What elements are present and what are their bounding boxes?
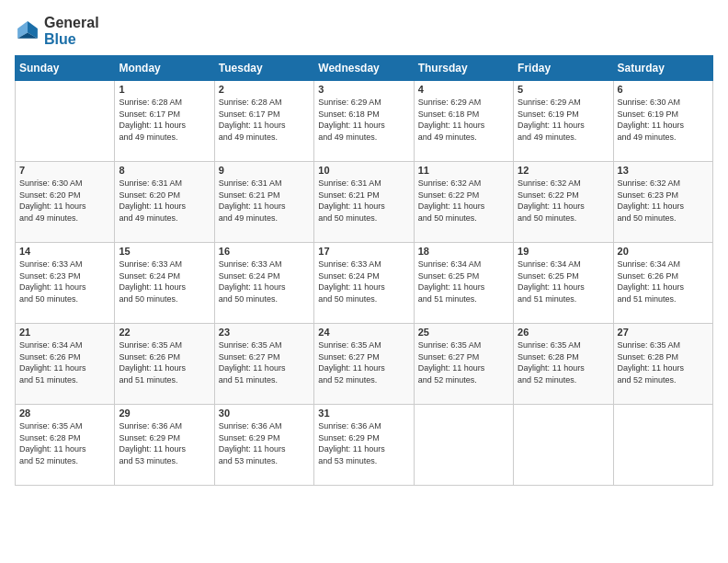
day-info: Sunrise: 6:36 AMSunset: 6:29 PMDaylight:… bbox=[119, 420, 210, 466]
day-info: Sunrise: 6:34 AMSunset: 6:25 PMDaylight:… bbox=[518, 259, 609, 304]
day-info: Sunrise: 6:34 AMSunset: 6:26 PMDaylight:… bbox=[19, 339, 110, 385]
day-info: Sunrise: 6:30 AMSunset: 6:19 PMDaylight:… bbox=[618, 97, 709, 143]
day-number: 31 bbox=[318, 408, 409, 419]
calendar-cell bbox=[414, 405, 513, 486]
day-number: 1 bbox=[119, 84, 210, 95]
week-row-3: 14 Sunrise: 6:33 AMSunset: 6:23 PMDaylig… bbox=[16, 243, 713, 324]
day-number: 15 bbox=[119, 246, 210, 257]
calendar-cell: 7 Sunrise: 6:30 AMSunset: 6:20 PMDayligh… bbox=[16, 162, 115, 243]
weekday-header-sunday: Sunday bbox=[16, 56, 115, 81]
calendar-cell: 12 Sunrise: 6:32 AMSunset: 6:22 PMDaylig… bbox=[514, 162, 613, 243]
week-row-4: 21 Sunrise: 6:34 AMSunset: 6:26 PMDaylig… bbox=[16, 324, 713, 405]
calendar-table: SundayMondayTuesdayWednesdayThursdayFrid… bbox=[15, 55, 713, 486]
day-number: 12 bbox=[518, 165, 609, 176]
header-row: SundayMondayTuesdayWednesdayThursdayFrid… bbox=[16, 56, 713, 81]
logo-icon bbox=[15, 18, 40, 44]
calendar-cell: 14 Sunrise: 6:33 AMSunset: 6:23 PMDaylig… bbox=[16, 243, 115, 324]
week-row-2: 7 Sunrise: 6:30 AMSunset: 6:20 PMDayligh… bbox=[16, 162, 713, 243]
day-number: 26 bbox=[518, 327, 609, 338]
day-info: Sunrise: 6:29 AMSunset: 6:18 PMDaylight:… bbox=[418, 97, 509, 143]
day-info: Sunrise: 6:32 AMSunset: 6:23 PMDaylight:… bbox=[618, 178, 709, 224]
calendar-cell: 29 Sunrise: 6:36 AMSunset: 6:29 PMDaylig… bbox=[115, 405, 214, 486]
calendar-cell: 5 Sunrise: 6:29 AMSunset: 6:19 PMDayligh… bbox=[514, 81, 613, 162]
day-info: Sunrise: 6:33 AMSunset: 6:23 PMDaylight:… bbox=[19, 259, 110, 304]
calendar-cell: 10 Sunrise: 6:31 AMSunset: 6:21 PMDaylig… bbox=[314, 162, 414, 243]
calendar-cell: 6 Sunrise: 6:30 AMSunset: 6:19 PMDayligh… bbox=[613, 81, 712, 162]
day-number: 17 bbox=[318, 246, 409, 257]
day-number: 10 bbox=[318, 165, 409, 176]
calendar-cell: 1 Sunrise: 6:28 AMSunset: 6:17 PMDayligh… bbox=[115, 81, 214, 162]
day-info: Sunrise: 6:32 AMSunset: 6:22 PMDaylight:… bbox=[418, 178, 509, 224]
calendar-cell: 19 Sunrise: 6:34 AMSunset: 6:25 PMDaylig… bbox=[514, 243, 613, 324]
calendar-cell: 28 Sunrise: 6:35 AMSunset: 6:28 PMDaylig… bbox=[16, 405, 115, 486]
day-number: 16 bbox=[219, 246, 310, 257]
day-info: Sunrise: 6:33 AMSunset: 6:24 PMDaylight:… bbox=[318, 259, 409, 304]
day-number: 30 bbox=[219, 408, 310, 419]
day-info: Sunrise: 6:36 AMSunset: 6:29 PMDaylight:… bbox=[318, 420, 409, 466]
calendar-cell: 23 Sunrise: 6:35 AMSunset: 6:27 PMDaylig… bbox=[214, 324, 313, 405]
logo-text: General Blue bbox=[44, 15, 99, 48]
day-info: Sunrise: 6:31 AMSunset: 6:21 PMDaylight:… bbox=[318, 178, 409, 224]
day-number: 21 bbox=[19, 327, 110, 338]
day-number: 5 bbox=[518, 84, 609, 95]
day-number: 27 bbox=[618, 327, 709, 338]
day-info: Sunrise: 6:31 AMSunset: 6:20 PMDaylight:… bbox=[119, 178, 210, 224]
day-number: 18 bbox=[418, 246, 509, 257]
day-info: Sunrise: 6:28 AMSunset: 6:17 PMDaylight:… bbox=[219, 97, 310, 143]
day-info: Sunrise: 6:35 AMSunset: 6:27 PMDaylight:… bbox=[318, 339, 409, 385]
day-number: 25 bbox=[418, 327, 509, 338]
day-info: Sunrise: 6:31 AMSunset: 6:21 PMDaylight:… bbox=[219, 178, 310, 224]
day-number: 14 bbox=[19, 246, 110, 257]
day-info: Sunrise: 6:35 AMSunset: 6:28 PMDaylight:… bbox=[518, 339, 609, 385]
calendar-cell: 11 Sunrise: 6:32 AMSunset: 6:22 PMDaylig… bbox=[414, 162, 513, 243]
day-info: Sunrise: 6:29 AMSunset: 6:19 PMDaylight:… bbox=[518, 97, 609, 143]
day-number: 13 bbox=[618, 165, 709, 176]
day-info: Sunrise: 6:35 AMSunset: 6:26 PMDaylight:… bbox=[119, 339, 210, 385]
calendar-cell: 24 Sunrise: 6:35 AMSunset: 6:27 PMDaylig… bbox=[314, 324, 414, 405]
calendar-cell: 26 Sunrise: 6:35 AMSunset: 6:28 PMDaylig… bbox=[514, 324, 613, 405]
day-number: 2 bbox=[219, 84, 310, 95]
day-info: Sunrise: 6:33 AMSunset: 6:24 PMDaylight:… bbox=[119, 259, 210, 304]
day-info: Sunrise: 6:34 AMSunset: 6:26 PMDaylight:… bbox=[618, 259, 709, 304]
calendar-cell: 17 Sunrise: 6:33 AMSunset: 6:24 PMDaylig… bbox=[314, 243, 414, 324]
day-info: Sunrise: 6:36 AMSunset: 6:29 PMDaylight:… bbox=[219, 420, 310, 466]
calendar-page: General Blue SundayMondayTuesdayWednesda… bbox=[0, 0, 728, 563]
calendar-cell: 20 Sunrise: 6:34 AMSunset: 6:26 PMDaylig… bbox=[613, 243, 712, 324]
day-number: 28 bbox=[19, 408, 110, 419]
calendar-cell bbox=[613, 405, 712, 486]
day-info: Sunrise: 6:30 AMSunset: 6:20 PMDaylight:… bbox=[19, 178, 110, 224]
calendar-cell: 21 Sunrise: 6:34 AMSunset: 6:26 PMDaylig… bbox=[16, 324, 115, 405]
day-number: 29 bbox=[119, 408, 210, 419]
day-number: 24 bbox=[318, 327, 409, 338]
day-number: 19 bbox=[518, 246, 609, 257]
calendar-cell bbox=[514, 405, 613, 486]
day-number: 22 bbox=[119, 327, 210, 338]
day-number: 8 bbox=[119, 165, 210, 176]
header: General Blue bbox=[15, 15, 713, 48]
weekday-header-saturday: Saturday bbox=[613, 56, 712, 81]
weekday-header-wednesday: Wednesday bbox=[314, 56, 414, 81]
day-number: 7 bbox=[19, 165, 110, 176]
calendar-cell: 15 Sunrise: 6:33 AMSunset: 6:24 PMDaylig… bbox=[115, 243, 214, 324]
weekday-header-monday: Monday bbox=[115, 56, 214, 81]
calendar-cell: 9 Sunrise: 6:31 AMSunset: 6:21 PMDayligh… bbox=[214, 162, 313, 243]
week-row-1: 1 Sunrise: 6:28 AMSunset: 6:17 PMDayligh… bbox=[16, 81, 713, 162]
calendar-cell: 30 Sunrise: 6:36 AMSunset: 6:29 PMDaylig… bbox=[214, 405, 313, 486]
day-number: 6 bbox=[618, 84, 709, 95]
day-number: 11 bbox=[418, 165, 509, 176]
day-info: Sunrise: 6:35 AMSunset: 6:28 PMDaylight:… bbox=[618, 339, 709, 385]
day-info: Sunrise: 6:35 AMSunset: 6:27 PMDaylight:… bbox=[219, 339, 310, 385]
week-row-5: 28 Sunrise: 6:35 AMSunset: 6:28 PMDaylig… bbox=[16, 405, 713, 486]
calendar-cell: 18 Sunrise: 6:34 AMSunset: 6:25 PMDaylig… bbox=[414, 243, 513, 324]
weekday-header-thursday: Thursday bbox=[414, 56, 513, 81]
calendar-cell: 8 Sunrise: 6:31 AMSunset: 6:20 PMDayligh… bbox=[115, 162, 214, 243]
day-number: 9 bbox=[219, 165, 310, 176]
day-info: Sunrise: 6:35 AMSunset: 6:28 PMDaylight:… bbox=[19, 420, 110, 466]
calendar-cell: 3 Sunrise: 6:29 AMSunset: 6:18 PMDayligh… bbox=[314, 81, 414, 162]
calendar-cell: 16 Sunrise: 6:33 AMSunset: 6:24 PMDaylig… bbox=[214, 243, 313, 324]
weekday-header-tuesday: Tuesday bbox=[214, 56, 313, 81]
calendar-cell: 27 Sunrise: 6:35 AMSunset: 6:28 PMDaylig… bbox=[613, 324, 712, 405]
calendar-cell: 13 Sunrise: 6:32 AMSunset: 6:23 PMDaylig… bbox=[613, 162, 712, 243]
day-number: 23 bbox=[219, 327, 310, 338]
day-info: Sunrise: 6:29 AMSunset: 6:18 PMDaylight:… bbox=[318, 97, 409, 143]
